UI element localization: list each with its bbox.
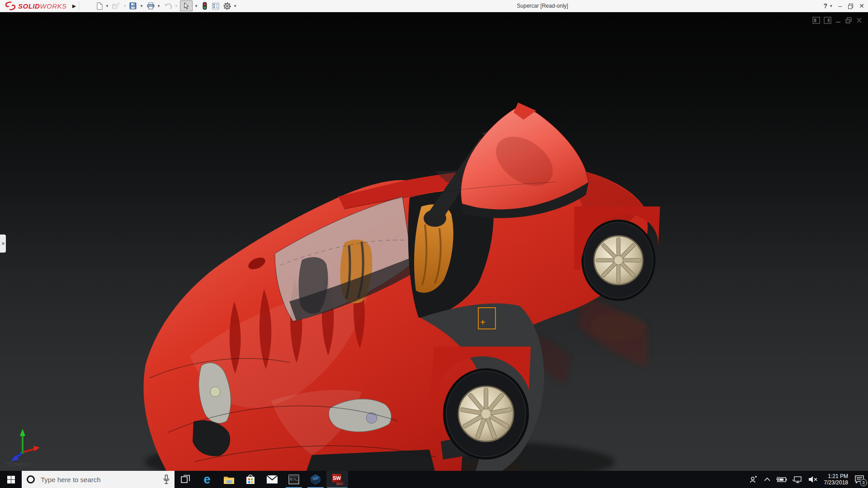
mail-icon <box>266 475 278 484</box>
new-document-icon <box>96 2 103 10</box>
help-button[interactable]: ? <box>823 3 827 9</box>
new-document-button[interactable] <box>95 0 104 12</box>
select-tool-dropdown[interactable]: ▾ <box>193 0 199 12</box>
volume-muted-icon[interactable] <box>808 475 818 483</box>
gear-icon <box>223 2 231 10</box>
print-button[interactable] <box>146 0 155 12</box>
edge-button[interactable]: e <box>196 471 218 488</box>
panel-flyout-tab[interactable] <box>0 235 6 253</box>
taskbar-apps: e <box>175 471 348 488</box>
print-dropdown[interactable]: ▾ <box>156 0 161 12</box>
cortana-icon <box>27 475 35 483</box>
help-dropdown[interactable]: ▾ <box>830 4 832 8</box>
taskbar-clock[interactable]: 1:21 PM 7/23/2018 <box>824 473 848 486</box>
rebuild-status-button[interactable] <box>201 0 208 12</box>
task-view-icon <box>180 474 191 485</box>
solidworks-window: SOLIDWORKS ▶ ▾ ▾ <box>0 0 868 488</box>
document-title: Supercar [Read-only] <box>470 0 615 12</box>
save-dropdown[interactable]: ▾ <box>139 0 144 12</box>
command-prompt-icon: C:\_ <box>288 474 299 484</box>
close-button[interactable]: ✕ <box>859 3 864 9</box>
restore-button[interactable] <box>848 4 853 8</box>
settings-button[interactable] <box>222 0 231 12</box>
reference-triad-icon <box>5 424 42 462</box>
search-placeholder: Type here to search <box>41 476 101 483</box>
people-icon[interactable] <box>749 475 758 484</box>
select-tool-button[interactable] <box>180 0 193 12</box>
store-button[interactable] <box>240 471 261 488</box>
list-boxes-icon <box>212 3 219 9</box>
printer-icon <box>147 2 155 9</box>
supercar-model[interactable] <box>0 12 868 471</box>
file-explorer-icon <box>223 475 235 484</box>
edge-icon: e <box>203 474 210 486</box>
system-tray: 1:21 PM 7/23/2018 3 <box>749 471 868 488</box>
toolbar-separator <box>79 1 79 10</box>
open-folder-icon <box>112 3 120 9</box>
action-center-button[interactable]: 3 <box>854 475 864 484</box>
windows-taskbar: Type here to search e <box>0 471 868 488</box>
doc-minimize-icon[interactable] <box>835 17 841 24</box>
command-prompt-button[interactable]: C:\_ <box>283 471 305 488</box>
minimize-button[interactable]: – <box>838 3 842 9</box>
new-document-dropdown[interactable]: ▾ <box>104 0 110 12</box>
undo-button[interactable] <box>163 0 173 12</box>
notification-badge: 3 <box>860 479 867 486</box>
clock-time: 1:21 PM <box>824 473 848 479</box>
start-button[interactable] <box>0 471 22 488</box>
file-explorer-button[interactable] <box>218 471 240 488</box>
undo-dropdown[interactable]: ▾ <box>174 0 179 12</box>
doc-restore-icon[interactable] <box>845 17 852 24</box>
undo-arrow-icon <box>164 3 172 9</box>
microphone-icon[interactable] <box>163 474 170 484</box>
mail-button[interactable] <box>261 471 283 488</box>
show-pane-left-icon[interactable] <box>812 17 820 24</box>
traffic-light-icon <box>203 2 207 10</box>
save-button[interactable] <box>128 0 137 12</box>
save-floppy-icon <box>129 2 137 9</box>
network-icon[interactable] <box>793 475 802 483</box>
solidworks-tool-button[interactable] <box>305 471 326 488</box>
open-dropdown[interactable]: ▾ <box>122 0 127 12</box>
taskbar-search[interactable]: Type here to search <box>22 471 175 488</box>
cmd-prompt-text: C:\_ <box>290 478 298 481</box>
doc-close-icon[interactable] <box>856 17 863 24</box>
solidworks-2017-button[interactable]: SW 2017 <box>326 471 348 488</box>
display-options-button[interactable] <box>211 0 220 12</box>
brand-text: SOLIDWORKS <box>18 2 67 10</box>
show-pane-right-icon[interactable] <box>824 17 831 24</box>
graphics-viewport[interactable]: *Dimetric <box>0 12 868 471</box>
ds-logo-icon <box>5 1 16 10</box>
menu-expand-button[interactable]: ▶ <box>71 0 78 12</box>
battery-icon[interactable] <box>776 476 787 483</box>
solidworks-logo: SOLIDWORKS <box>5 0 67 12</box>
solidworks-2017-icon: SW 2017 <box>332 474 343 485</box>
settings-dropdown[interactable]: ▾ <box>232 0 238 12</box>
tray-chevron-icon[interactable] <box>764 477 771 482</box>
clock-date: 7/23/2018 <box>824 479 848 486</box>
solidworks-tool-icon <box>310 474 321 485</box>
title-bar: SOLIDWORKS ▶ ▾ ▾ <box>0 0 868 12</box>
windows-logo-icon <box>7 476 15 483</box>
gullwing-door <box>428 103 589 218</box>
task-view-button[interactable] <box>175 471 196 488</box>
open-button[interactable] <box>112 0 121 12</box>
document-window-controls <box>812 17 863 24</box>
view-orientation-label: *Dimetric <box>5 461 30 468</box>
flyout-dot-icon <box>2 242 5 245</box>
store-icon <box>245 474 255 485</box>
cursor-arrow-icon <box>184 2 189 9</box>
